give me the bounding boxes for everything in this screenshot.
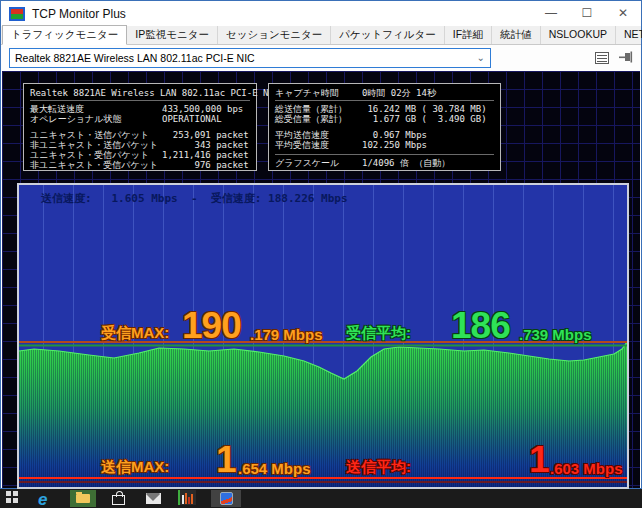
tcp-monitor-taskbar-button[interactable] xyxy=(178,490,196,505)
edge-icon: e xyxy=(38,490,47,508)
panel-divider xyxy=(30,98,250,101)
recv-overlay-row: 受信MAX: 190 .179 Mbps 受信平均: 186 .739 Mbps xyxy=(19,301,627,343)
log-list-icon[interactable] xyxy=(595,52,609,64)
app-icon xyxy=(9,7,25,21)
recv-max-label: 受信MAX: xyxy=(101,324,174,343)
nic-name: Realtek 8821AE Wireless LAN 802.11ac PCI… xyxy=(30,88,279,98)
send-avg-label: 送信平均: xyxy=(346,458,415,477)
active-app-icon xyxy=(220,492,233,505)
nic-select-value: Realtek 8821AE Wireless LAN 802.11ac PCI… xyxy=(15,52,255,64)
tab-ip-monitor[interactable]: IP監視モニター xyxy=(127,26,218,44)
tab-packet-filter[interactable]: パケットフィルター xyxy=(331,26,444,44)
tab-bar: トラフィックモニター IP監視モニター セッションモニター パケットフィルター … xyxy=(1,26,641,45)
taskbar: e xyxy=(0,489,642,508)
stat-row: グラフスケール1/4096 倍 （自動） xyxy=(275,158,494,168)
tab-session-monitor[interactable]: セッションモニター xyxy=(218,26,331,44)
active-app-taskbar-button[interactable] xyxy=(211,490,241,507)
maximize-button[interactable]: ☐ xyxy=(569,1,605,26)
stat-row: 平均受信速度102.250 Mbps xyxy=(275,140,494,150)
tcp-monitor-icon xyxy=(178,490,196,505)
capture-stats-panel: キャプチャ時間0時間 02分 14秒 総送信量（累計） 16.242 MB ( … xyxy=(268,83,501,171)
stat-row: 総送信量（累計） 16.242 MB ( 30.784 MB) xyxy=(275,104,494,114)
tab-traffic-monitor[interactable]: トラフィックモニター xyxy=(2,25,127,45)
recv-avg-value: 186 xyxy=(451,309,510,343)
stat-row: 最大転送速度433,500,000 bps xyxy=(30,104,250,114)
window-title: TCP Monitor Plus xyxy=(32,7,126,21)
mail-icon xyxy=(146,493,161,504)
recv-avg-label: 受信平均: xyxy=(346,324,415,343)
pin-icon[interactable] xyxy=(618,51,633,64)
tab-if-detail[interactable]: IF詳細 xyxy=(445,26,492,44)
send-max-label: 送信MAX: xyxy=(101,458,174,477)
send-max-value: 1 xyxy=(216,443,236,477)
recv-avg-frac: .739 Mbps xyxy=(519,326,592,343)
panel-divider xyxy=(275,152,494,155)
store-taskbar-button[interactable] xyxy=(112,491,125,505)
file-explorer-taskbar-button[interactable] xyxy=(70,490,96,507)
tab-nslookup[interactable]: NSLOOKUP xyxy=(541,26,616,44)
minimize-button[interactable]: — xyxy=(533,1,569,26)
recv-max-value: 190 xyxy=(182,309,241,343)
stat-row: ユニキャスト・受信パケット1,211,416 packet xyxy=(30,150,250,160)
send-avg-value: 1 xyxy=(529,443,549,477)
stat-row: 平均送信速度 0.967 Mbps xyxy=(275,130,494,140)
close-button[interactable]: ✕ xyxy=(605,1,641,26)
stat-row: キャプチャ時間0時間 02分 14秒 xyxy=(275,88,494,98)
interface-stats-panel: Realtek 8821AE Wireless LAN 802.11ac PCI… xyxy=(23,83,257,171)
stat-row: 総受信量（累計） 1.677 GB ( 3.490 GB) xyxy=(275,114,494,124)
start-button[interactable] xyxy=(6,491,18,503)
current-rate-readout: 送信速度: 1.605 Mbps - 受信速度: 188.226 Mbps xyxy=(41,191,348,206)
monitor-canvas: Realtek 8821AE Wireless LAN 802.11ac PCI… xyxy=(2,71,640,488)
chevron-down-icon[interactable]: ⌄ xyxy=(477,52,485,63)
toolbar: Realtek 8821AE Wireless LAN 802.11ac PCI… xyxy=(1,45,641,70)
app-window: TCP Monitor Plus — ☐ ✕ トラフィックモニター IP監視モニ… xyxy=(0,0,642,489)
title-bar: TCP Monitor Plus — ☐ ✕ xyxy=(1,1,641,26)
traffic-graph: 送信速度: 1.605 Mbps - 受信速度: 188.226 Mbps 受信… xyxy=(17,183,629,489)
stat-row: 非ユニキャスト・送信パケット 343 packet xyxy=(30,140,250,150)
send-overlay-row: 送信MAX: 1 .654 Mbps 送信平均: 1 .603 Mbps xyxy=(19,435,627,477)
recv-max-frac: .179 Mbps xyxy=(250,326,323,343)
mail-taskbar-button[interactable] xyxy=(146,491,161,504)
edge-taskbar-button[interactable]: e xyxy=(38,491,47,508)
windows-logo-icon xyxy=(6,491,18,503)
send-avg-frac: .603 Mbps xyxy=(550,460,623,477)
folder-icon xyxy=(70,490,96,507)
stat-row: オペレーショナル状態OPERATIONAL xyxy=(30,114,250,124)
stat-row: 非ユニキャスト・受信パケット 976 packet xyxy=(30,160,250,170)
stat-row: ユニキャスト・送信パケット 253,091 packet xyxy=(30,130,250,140)
panel-divider xyxy=(275,98,494,101)
tab-netstat[interactable]: NETSTAT xyxy=(616,26,642,44)
nic-select[interactable]: Realtek 8821AE Wireless LAN 802.11ac PCI… xyxy=(9,48,491,68)
store-bag-icon xyxy=(112,495,125,505)
tab-statistics[interactable]: 統計値 xyxy=(492,26,541,44)
send-max-frac: .654 Mbps xyxy=(238,460,311,477)
